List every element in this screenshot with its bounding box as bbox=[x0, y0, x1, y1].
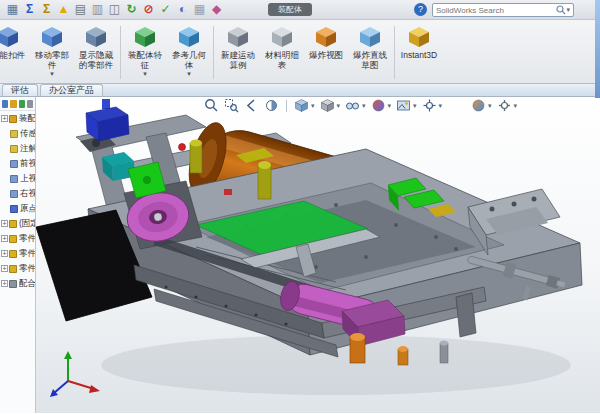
tree-item[interactable]: 原点 bbox=[0, 201, 35, 216]
tree-item[interactable]: 前视基准面 bbox=[0, 156, 35, 171]
sigma-icon[interactable]: Σ bbox=[38, 0, 55, 19]
display-style-icon[interactable] bbox=[320, 98, 335, 113]
tree-item-icon bbox=[9, 235, 17, 243]
tree-item-label: 注解 bbox=[20, 143, 35, 155]
tree-item[interactable]: +零件<2> bbox=[0, 246, 35, 261]
propertymanager-tab-icon[interactable] bbox=[10, 100, 16, 108]
tree-item[interactable]: +装配体(默认) bbox=[0, 111, 35, 126]
print-icon[interactable]: ▤ bbox=[72, 0, 89, 19]
command-manager-ribbon: 智能扣件移动零部件▾显示隐藏的零部件装配体特征▾参考几何体▾新建运动算例材料明细… bbox=[0, 20, 600, 84]
stop-icon[interactable]: ⊘ bbox=[140, 0, 157, 19]
tree-item[interactable]: 上视基准面 bbox=[0, 171, 35, 186]
view-orientation-icon[interactable] bbox=[294, 98, 309, 113]
chevron-down-icon: ▾ bbox=[413, 102, 417, 110]
tree-item[interactable]: +零件<1> bbox=[0, 231, 35, 246]
gem-icon[interactable]: ◆ bbox=[208, 0, 225, 19]
tree-item[interactable]: 注解 bbox=[0, 141, 35, 156]
expand-icon[interactable]: + bbox=[1, 265, 8, 272]
zoom-area-icon[interactable] bbox=[224, 98, 239, 113]
ribbon-button-show-hidden-components[interactable]: 显示隐藏的零部件 bbox=[74, 22, 118, 83]
options-gear-icon[interactable] bbox=[497, 98, 512, 113]
hide-show-items-icon[interactable] bbox=[345, 98, 360, 113]
document-icon[interactable]: ▥ bbox=[89, 0, 106, 19]
expand-icon[interactable]: + bbox=[1, 280, 8, 287]
tree-item-label: 右视基准面 bbox=[20, 188, 35, 200]
feature-manager-panel[interactable]: +装配体(默认)传感器注解前视基准面上视基准面右视基准面原点+(固定)+零件<1… bbox=[0, 97, 36, 413]
sphere-icon[interactable]: ◐ bbox=[174, 0, 191, 19]
expand-icon[interactable]: + bbox=[1, 220, 8, 227]
ribbon-separator bbox=[120, 26, 121, 79]
tree-item-label: 零件<2> bbox=[19, 248, 35, 260]
search-input[interactable] bbox=[436, 6, 556, 15]
reference-geometry-icon bbox=[177, 25, 201, 51]
tree-item[interactable]: +配合 bbox=[0, 276, 35, 291]
tree-item-icon bbox=[9, 280, 17, 288]
view-grid-icon[interactable]: ▦ bbox=[4, 0, 21, 19]
move-component-icon bbox=[40, 25, 64, 51]
olive-cylinder-1[interactable] bbox=[190, 140, 202, 174]
ribbon-button-bill-of-materials[interactable]: 材料明细表 bbox=[260, 22, 304, 83]
tree-item-label: 前视基准面 bbox=[20, 158, 35, 170]
assembly-model[interactable] bbox=[36, 97, 600, 413]
heads-up-right-group: ▾ ▾ bbox=[471, 98, 517, 113]
tree-item[interactable]: 右视基准面 bbox=[0, 186, 35, 201]
quick-access-toolbar: ▦ΣΣ▲▤▥◫↻⊘✓◐▦◆ 装配体 ? ▾ bbox=[0, 0, 600, 20]
warning-icon[interactable]: ▲ bbox=[55, 0, 72, 19]
explode-line-sketch-label: 爆炸直线草图 bbox=[349, 51, 391, 71]
tab-evaluate[interactable]: 评估 bbox=[2, 84, 38, 96]
instant3d-label: Instant3D bbox=[398, 51, 440, 61]
chevron-down-icon: ▾ bbox=[514, 102, 518, 110]
chevron-down-icon: ▾ bbox=[337, 102, 341, 110]
tree-item[interactable]: +(固定) bbox=[0, 216, 35, 231]
smart-fasteners-icon bbox=[0, 25, 20, 51]
featuremanager-tree-tab-icon[interactable] bbox=[2, 100, 8, 108]
tree-item[interactable]: +零件<3> bbox=[0, 261, 35, 276]
tab-office-products[interactable]: 办公室产品 bbox=[40, 84, 103, 96]
smart-fasteners-label: 智能扣件 bbox=[0, 51, 29, 61]
new-motion-study-icon bbox=[226, 25, 250, 51]
ribbon-separator bbox=[394, 26, 395, 79]
chevron-down-icon: ▾ bbox=[187, 71, 191, 77]
section-view-icon[interactable] bbox=[264, 98, 279, 113]
search-box: ▾ bbox=[432, 3, 574, 17]
graphics-area[interactable]: ▾ ▾ ▾ ▾ ▾ ▾ ▾ ▾ bbox=[36, 97, 600, 413]
expand-icon[interactable]: + bbox=[1, 235, 8, 242]
rebuild-icon[interactable]: ↻ bbox=[123, 0, 140, 19]
ribbon-button-assembly-features[interactable]: 装配体特征▾ bbox=[123, 22, 167, 83]
blue-bracket[interactable] bbox=[86, 99, 129, 141]
ribbon-button-exploded-view[interactable]: 爆炸视图 bbox=[304, 22, 348, 83]
expand-icon[interactable]: + bbox=[1, 250, 8, 257]
zoom-fit-icon[interactable] bbox=[204, 98, 219, 113]
edit-appearance-icon[interactable] bbox=[371, 98, 386, 113]
expand-icon[interactable]: + bbox=[1, 115, 8, 122]
configurationmanager-tab-icon[interactable] bbox=[19, 100, 25, 108]
tree-item-label: 原点 bbox=[20, 203, 35, 215]
chevron-down-icon: ▾ bbox=[488, 102, 492, 110]
ribbon-button-instant3d[interactable]: Instant3D bbox=[397, 22, 441, 83]
tree-item-label: 传感器 bbox=[20, 128, 35, 140]
ribbon-button-explode-line-sketch[interactable]: 爆炸直线草图 bbox=[348, 22, 392, 83]
dimxpert-tab-icon[interactable] bbox=[27, 100, 33, 108]
tree-item-icon bbox=[10, 145, 18, 153]
table-icon[interactable]: ▦ bbox=[191, 0, 208, 19]
show-hidden-components-label: 显示隐藏的零部件 bbox=[75, 51, 117, 71]
chevron-down-icon[interactable]: ▾ bbox=[566, 4, 570, 16]
ribbon-button-reference-geometry[interactable]: 参考几何体▾ bbox=[167, 22, 211, 83]
toolbar-separator bbox=[286, 100, 287, 112]
ribbon-button-new-motion-study[interactable]: 新建运动算例 bbox=[216, 22, 260, 83]
quick-toolbar-icons: ▦ΣΣ▲▤▥◫↻⊘✓◐▦◆ bbox=[4, 0, 225, 19]
feature-manager-tabs bbox=[0, 97, 35, 111]
appearance-sphere-icon[interactable] bbox=[471, 98, 486, 113]
ribbon-button-smart-fasteners[interactable]: 智能扣件 bbox=[0, 22, 30, 83]
previous-view-icon[interactable] bbox=[244, 98, 259, 113]
ribbon-buttons: 智能扣件移动零部件▾显示隐藏的零部件装配体特征▾参考几何体▾新建运动算例材料明细… bbox=[2, 22, 441, 83]
view-settings-icon[interactable] bbox=[422, 98, 437, 113]
exploded-view-icon bbox=[314, 25, 338, 51]
check-icon[interactable]: ✓ bbox=[157, 0, 174, 19]
mail-icon[interactable]: ◫ bbox=[106, 0, 123, 19]
equations-icon[interactable]: Σ bbox=[21, 0, 38, 19]
ribbon-button-move-component[interactable]: 移动零部件▾ bbox=[30, 22, 74, 83]
tree-item[interactable]: 传感器 bbox=[0, 126, 35, 141]
apply-scene-icon[interactable] bbox=[396, 98, 411, 113]
help-icon[interactable]: ? bbox=[414, 3, 427, 16]
